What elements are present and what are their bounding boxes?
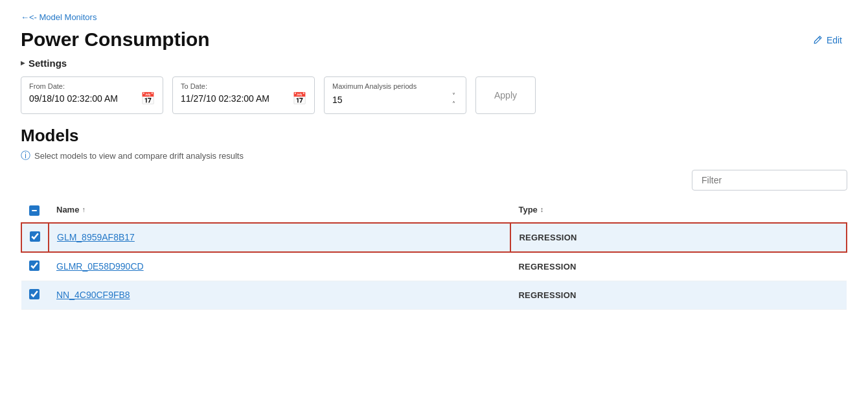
settings-controls: From Date: 09/18/10 02:32:00 AM 📅 To Dat… [21, 76, 847, 114]
to-date-value-row: 11/27/10 02:32:00 AM 📅 [181, 91, 306, 106]
to-date-value: 11/27/10 02:32:00 AM [181, 93, 269, 104]
row-checkbox-cell[interactable] [21, 281, 49, 309]
row-name-cell: GLMR_0E58D990CD [49, 252, 510, 281]
settings-toggle[interactable]: ▸ Settings [21, 58, 67, 69]
edit-button[interactable]: Edit [807, 32, 847, 48]
header-checkbox-cell[interactable] [21, 197, 49, 223]
from-date-calendar-icon[interactable]: 📅 [141, 91, 155, 106]
to-date-calendar-icon[interactable]: 📅 [292, 91, 306, 106]
to-date-field[interactable]: To Date: 11/27/10 02:32:00 AM 📅 [172, 76, 315, 114]
filter-input[interactable] [692, 170, 847, 191]
max-analysis-field: Maximum Analysis periods 15 ˅ ˄ [324, 76, 466, 114]
max-analysis-value-row: 15 ˅ ˄ [332, 91, 458, 108]
table-row: GLMR_0E58D990CDREGRESSION [21, 252, 847, 281]
row-checkbox[interactable] [29, 289, 40, 299]
from-date-label: From Date: [29, 82, 155, 90]
from-date-value: 09/18/10 02:32:00 AM [29, 93, 118, 104]
stepper-buttons: ˅ ˄ [450, 91, 458, 108]
models-info-row: ⓘ Select models to view and compare drif… [21, 150, 847, 162]
row-checkbox[interactable] [29, 261, 40, 271]
model-name-link[interactable]: GLM_8959AF8B17 [57, 232, 135, 242]
sort-type-icon[interactable]: ↕ [540, 205, 544, 213]
model-name-link[interactable]: NN_4C90CF9FB8 [56, 290, 130, 300]
to-date-label: To Date: [181, 82, 306, 90]
back-label: <- Model Monitors [29, 12, 97, 22]
stepper-down-button[interactable]: ˅ [450, 91, 458, 100]
col-type-label: Type [518, 205, 537, 214]
models-info-text: Select models to view and compare drift … [34, 151, 244, 161]
from-date-value-row: 09/18/10 02:32:00 AM 📅 [29, 91, 155, 106]
row-type-cell: REGRESSION [510, 281, 847, 309]
col-name-label: Name [56, 205, 79, 214]
row-checkbox-cell[interactable] [21, 223, 49, 252]
settings-label: Settings [29, 58, 67, 69]
minus-icon [32, 210, 37, 211]
models-title: Models [21, 126, 847, 146]
row-checkbox[interactable] [30, 231, 40, 242]
max-analysis-value: 15 [332, 95, 343, 105]
table-row: GLM_8959AF8B17REGRESSION [21, 223, 847, 252]
info-icon: ⓘ [21, 150, 30, 162]
page-title: Power Consumption [21, 29, 210, 51]
settings-section: ▸ Settings From Date: 09/18/10 02:32:00 … [21, 57, 847, 114]
chevron-right-icon: ▸ [21, 58, 25, 67]
models-tbody: GLM_8959AF8B17REGRESSIONGLMR_0E58D990CDR… [21, 223, 847, 310]
select-all-checkbox[interactable] [29, 205, 40, 216]
row-type-cell: REGRESSION [510, 223, 847, 252]
back-arrow-icon: ← [21, 12, 29, 22]
col-header-type[interactable]: Type ↕ [510, 197, 847, 223]
back-link[interactable]: ← <- Model Monitors [21, 12, 97, 22]
row-checkbox-cell[interactable] [21, 252, 49, 281]
models-table: Name ↑ Type ↕ GLM_8959AF8B17REGRESSIONGL… [21, 197, 847, 310]
row-type-cell: REGRESSION [510, 252, 847, 281]
table-header-row: Name ↑ Type ↕ [21, 197, 847, 223]
model-name-link[interactable]: GLMR_0E58D990CD [56, 261, 144, 272]
header-row: Power Consumption Edit [21, 29, 847, 51]
models-section: Models ⓘ Select models to view and compa… [21, 126, 847, 310]
stepper-up-button[interactable]: ˄ [450, 100, 458, 108]
from-date-field[interactable]: From Date: 09/18/10 02:32:00 AM 📅 [21, 76, 163, 114]
model-type-label: REGRESSION [518, 290, 576, 300]
edit-pencil-icon [812, 35, 823, 45]
max-analysis-label: Maximum Analysis periods [332, 82, 458, 90]
col-header-name[interactable]: Name ↑ [49, 197, 510, 223]
model-type-label: REGRESSION [519, 233, 577, 242]
row-name-cell: GLM_8959AF8B17 [49, 223, 510, 252]
model-type-label: REGRESSION [518, 262, 576, 272]
table-row: NN_4C90CF9FB8REGRESSION [21, 281, 847, 309]
sort-name-icon[interactable]: ↑ [82, 205, 86, 213]
main-page: ← <- Model Monitors Power Consumption Ed… [0, 0, 868, 394]
filter-row [21, 170, 847, 191]
edit-label: Edit [827, 35, 842, 45]
apply-button[interactable]: Apply [475, 76, 536, 114]
row-name-cell: NN_4C90CF9FB8 [49, 281, 510, 309]
